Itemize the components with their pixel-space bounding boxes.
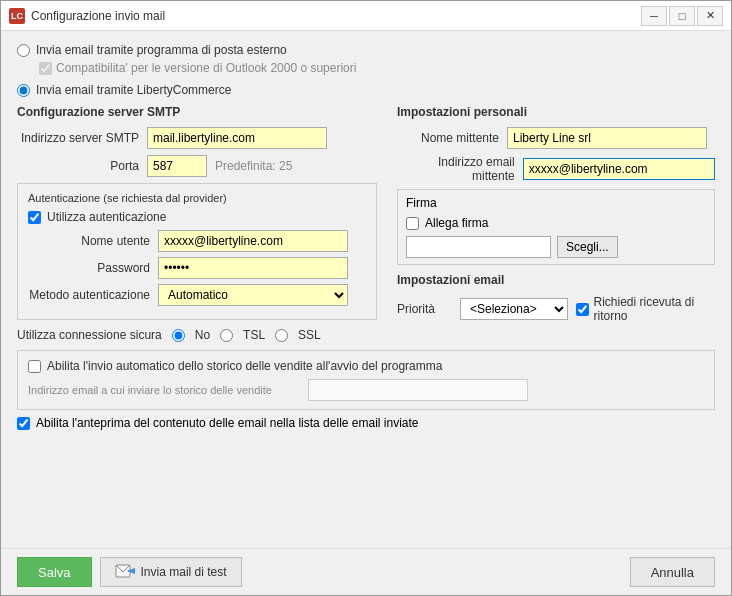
titlebar-controls: ─ □ ✕	[641, 6, 723, 26]
email-mittente-input[interactable]	[523, 158, 715, 180]
auth-title: Autenticazione (se richiesta dal provide…	[28, 192, 366, 204]
auth-checkbox[interactable]	[28, 211, 41, 224]
allega-firma-checkbox[interactable]	[406, 217, 419, 230]
firma-title-row: Firma	[406, 196, 706, 210]
nome-mittente-row: Nome mittente	[397, 127, 715, 149]
storico-email-label: Indirizzo email a cui inviare lo storico…	[28, 384, 308, 396]
external-email-row: Invia email tramite programma di posta e…	[17, 43, 715, 57]
storico-email-input[interactable]	[308, 379, 528, 401]
left-column: Configurazione server SMTP Indirizzo ser…	[17, 105, 377, 342]
sicura-tsl-radio[interactable]	[220, 329, 233, 342]
invia-label: Invia mail di test	[141, 565, 227, 579]
firma-file-input[interactable]	[406, 236, 551, 258]
storico-email-row: Indirizzo email a cui inviare lo storico…	[28, 379, 704, 401]
email-mittente-label: Indirizzo email mittente	[397, 155, 523, 183]
email-send-icon	[115, 564, 135, 580]
personal-section-title: Impostazioni personali	[397, 105, 715, 119]
maximize-button[interactable]: □	[669, 6, 695, 26]
titlebar: LC Configurazione invio mail ─ □ ✕	[1, 1, 731, 31]
email-settings-title: Impostazioni email	[397, 273, 715, 287]
sicura-no-label: No	[195, 328, 210, 342]
titlebar-left: LC Configurazione invio mail	[9, 8, 165, 24]
sicura-ssl-label: SSL	[298, 328, 321, 342]
password-row: Password	[28, 257, 366, 279]
priorita-label: Priorità	[397, 302, 452, 316]
firma-title: Firma	[406, 196, 437, 210]
footer-left: Salva Invia mail di test	[17, 557, 242, 587]
app-icon: LC	[9, 8, 25, 24]
anteprima-checkbox[interactable]	[17, 417, 30, 430]
liberty-email-label: Invia email tramite LibertyCommerce	[36, 83, 231, 97]
sicura-ssl-radio[interactable]	[275, 329, 288, 342]
additional-config-box: Abilita l'invio automatico dello storico…	[17, 350, 715, 410]
ricevuta-checkbox[interactable]	[576, 303, 589, 316]
auth-checkbox-label: Utilizza autenticazione	[47, 210, 166, 224]
storico-label-text: Abilita l'invio automatico dello storico…	[47, 359, 442, 373]
liberty-email-row: Invia email tramite LibertyCommerce	[17, 83, 715, 97]
sicura-row: Utilizza connessione sicura No TSL SSL	[17, 328, 377, 342]
password-input[interactable]	[158, 257, 348, 279]
right-column: Impostazioni personali Nome mittente Ind…	[397, 105, 715, 342]
external-email-label: Invia email tramite programma di posta e…	[36, 43, 287, 57]
porta-input[interactable]	[147, 155, 207, 177]
storico-label: Abilita l'invio automatico dello storico…	[47, 359, 442, 373]
two-columns: Configurazione server SMTP Indirizzo ser…	[17, 105, 715, 342]
firma-file-row: Scegli...	[406, 236, 706, 258]
sicura-no-radio[interactable]	[172, 329, 185, 342]
anteprima-row: Abilita l'anteprima del contenuto delle …	[17, 416, 715, 430]
porta-label: Porta	[17, 159, 147, 173]
external-email-radio[interactable]	[17, 44, 30, 57]
liberty-email-radio[interactable]	[17, 84, 30, 97]
compat-checkbox[interactable]	[39, 62, 52, 75]
sicura-tsl-label: TSL	[243, 328, 265, 342]
metodo-label: Metodo autenticazione	[28, 288, 158, 302]
password-label: Password	[28, 261, 158, 275]
porta-row: Porta Predefinita: 25	[17, 155, 377, 177]
auth-checkbox-row: Utilizza autenticazione	[28, 210, 366, 224]
compat-row: Compatibilita' per le versione di Outloo…	[39, 61, 715, 75]
nome-mittente-label: Nome mittente	[397, 131, 507, 145]
email-mittente-row: Indirizzo email mittente	[397, 155, 715, 183]
salva-button[interactable]: Salva	[17, 557, 92, 587]
priorita-select[interactable]: <Seleziona> Alta Normale Bassa	[460, 298, 568, 320]
ricevuta-row: Richiedi ricevuta di ritorno	[576, 295, 715, 323]
main-content: Invia email tramite programma di posta e…	[1, 31, 731, 548]
nome-utente-row: Nome utente	[28, 230, 366, 252]
smtp-section-title: Configurazione server SMTP	[17, 105, 377, 119]
scegli-button[interactable]: Scegli...	[557, 236, 618, 258]
porta-default: Predefinita: 25	[215, 159, 292, 173]
storico-row: Abilita l'invio automatico dello storico…	[28, 359, 704, 373]
footer: Salva Invia mail di test Annulla	[1, 548, 731, 595]
auth-box: Autenticazione (se richiesta dal provide…	[17, 183, 377, 320]
storico-checkbox[interactable]	[28, 360, 41, 373]
priorita-row: Priorità <Seleziona> Alta Normale Bassa …	[397, 295, 715, 323]
metodo-select[interactable]: Automatico PLAIN LOGIN CRAM-MD5	[158, 284, 348, 306]
invia-button[interactable]: Invia mail di test	[100, 557, 242, 587]
nome-mittente-input[interactable]	[507, 127, 707, 149]
email-settings-section: Impostazioni email Priorità <Seleziona> …	[397, 273, 715, 323]
anteprima-label: Abilita l'anteprima del contenuto delle …	[36, 416, 419, 430]
allega-firma-label: Allega firma	[425, 216, 488, 230]
allega-firma-row: Allega firma	[406, 216, 706, 230]
firma-box: Firma Allega firma Scegli...	[397, 189, 715, 265]
main-window: LC Configurazione invio mail ─ □ ✕ Invia…	[0, 0, 732, 596]
compat-label: Compatibilita' per le versione di Outloo…	[56, 61, 356, 75]
window-title: Configurazione invio mail	[31, 9, 165, 23]
ricevuta-label: Richiedi ricevuta di ritorno	[593, 295, 715, 323]
server-label: Indirizzo server SMTP	[17, 131, 147, 145]
close-button[interactable]: ✕	[697, 6, 723, 26]
metodo-row: Metodo autenticazione Automatico PLAIN L…	[28, 284, 366, 306]
server-input[interactable]	[147, 127, 327, 149]
server-row: Indirizzo server SMTP	[17, 127, 377, 149]
sicura-label: Utilizza connessione sicura	[17, 328, 162, 342]
nome-utente-label: Nome utente	[28, 234, 158, 248]
minimize-button[interactable]: ─	[641, 6, 667, 26]
nome-utente-input[interactable]	[158, 230, 348, 252]
annulla-button[interactable]: Annulla	[630, 557, 715, 587]
